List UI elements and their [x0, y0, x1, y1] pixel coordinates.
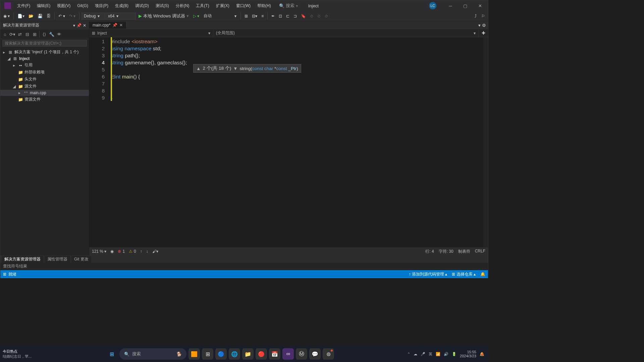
task-app-1[interactable]: 🟧 — [189, 348, 200, 360]
tree-external[interactable]: 📁外部依赖项 — [0, 69, 89, 76]
error-count[interactable]: ⊗1 — [118, 249, 125, 254]
code-lines[interactable]: #include <iostream> using namespace std;… — [111, 37, 483, 247]
tab-overflow-icon[interactable]: ▾ — [478, 23, 481, 28]
sidebar-search[interactable] — [0, 39, 89, 47]
config-dropdown[interactable]: Debug▾ — [82, 13, 105, 19]
tray-expand-icon[interactable]: ⌃ — [407, 352, 410, 356]
task-app-3[interactable]: 🔵 — [215, 348, 227, 360]
tree-sources[interactable]: ◢📁源文件 — [0, 83, 89, 90]
collapse-icon[interactable]: ⊟ — [24, 31, 31, 38]
sidebar-search-input[interactable] — [2, 40, 87, 47]
scope-project-dropdown[interactable]: ⊞Inject▾ — [89, 29, 213, 37]
menu-window[interactable]: 窗口(W) — [233, 2, 254, 10]
platform-dropdown[interactable]: x64▾ — [106, 13, 136, 19]
close-button[interactable]: ✕ — [473, 1, 487, 10]
tree-main-cpp[interactable]: ▸⁺⁺main.cpp — [0, 90, 89, 96]
close-tab-icon[interactable]: ✕ — [119, 23, 123, 27]
start-debug-button[interactable]: ▶ 本地 Windows 调试器 ▾ — [137, 12, 191, 20]
tray-notifications-icon[interactable]: 🔔 — [480, 352, 484, 356]
tree-solution[interactable]: ▸⊞解决方案 'Inject' (1 个项目，共 1 个) — [0, 49, 89, 56]
minimize-button[interactable]: ─ — [444, 1, 457, 10]
tb-icon-7[interactable]: ⊐ — [292, 13, 299, 19]
btab-git[interactable]: Git 更改 — [71, 256, 91, 263]
tray-volume-icon[interactable]: 🔊 — [444, 352, 448, 356]
menu-debug[interactable]: 调试(D) — [132, 2, 152, 10]
news-widget[interactable]: 今日热点 结婚纪念日，苹... — [1, 348, 33, 360]
home-icon[interactable]: ⌂ — [2, 31, 8, 38]
menu-help[interactable]: 帮助(H) — [254, 2, 274, 10]
save-button[interactable]: 💾 — [36, 13, 44, 19]
maximize-button[interactable]: ▢ — [459, 1, 472, 10]
line-ending[interactable]: CRLF — [475, 249, 485, 254]
ime-lang[interactable]: 英 — [429, 352, 432, 357]
save-all-button[interactable]: 🗄 — [45, 13, 52, 19]
close-panel-icon[interactable]: ✕ — [83, 23, 86, 28]
menu-edit[interactable]: 编辑(E) — [34, 2, 54, 10]
code-editor[interactable]: 123456789 #include <iostream> using name… — [89, 37, 488, 247]
undo-button[interactable]: ↶ ▾ — [57, 13, 66, 19]
tb-icon-2[interactable]: ⊟▾ — [250, 13, 259, 19]
auto-dropdown[interactable]: 自动▾ — [202, 12, 238, 19]
menu-file[interactable]: 文件(F) — [14, 2, 34, 10]
tray-wifi-icon[interactable]: 📶 — [436, 352, 440, 356]
warning-count[interactable]: ⚠0 — [129, 249, 136, 254]
tree-project[interactable]: ◢⊞Inject — [0, 56, 89, 62]
nav-down-icon[interactable]: ↓ — [146, 249, 148, 254]
tb-icon-8[interactable]: 🔖 — [299, 13, 308, 19]
redo-button[interactable]: ↷ ▾ — [67, 13, 77, 19]
task-app-6[interactable]: 💬 — [309, 348, 321, 360]
nav-back-button[interactable]: ◉ ▾ — [2, 13, 11, 19]
hint-down-icon[interactable]: ▼ — [233, 66, 237, 71]
global-search[interactable]: 🔍 搜索 ▾ — [279, 3, 298, 9]
tab-settings-icon[interactable]: ⚙ — [482, 23, 486, 28]
tray-time[interactable]: 15:55 — [467, 350, 476, 354]
tb-icon-4[interactable]: ✒ — [270, 13, 276, 19]
tray-battery-icon[interactable]: 🔋 — [452, 352, 457, 356]
preview-icon[interactable]: 👁 — [56, 31, 62, 38]
menu-project[interactable]: 项目(P) — [92, 2, 112, 10]
start-button[interactable]: ⊞ — [106, 348, 117, 360]
task-app-4[interactable]: 📅 — [269, 348, 280, 360]
tb-icon-3[interactable]: ≡ — [260, 13, 265, 19]
tree-headers[interactable]: 📁头文件 — [0, 76, 89, 83]
live-share-button[interactable]: ⚐ — [480, 13, 487, 19]
task-explorer[interactable]: 📁 — [242, 348, 254, 360]
new-item-button[interactable]: 📄▾ — [16, 13, 26, 19]
refresh-icon[interactable]: ⟳▾ — [9, 31, 16, 38]
menu-git[interactable]: Git(G) — [74, 2, 92, 9]
props-icon[interactable]: 🔧 — [48, 31, 55, 38]
open-button[interactable]: 📂 — [27, 13, 35, 19]
show-all-icon[interactable]: ⊞ — [31, 31, 38, 38]
share-button[interactable]: ⤴ — [473, 13, 478, 19]
notifications-icon[interactable]: 🔔 — [480, 272, 485, 277]
menu-tools[interactable]: 工具(T) — [193, 2, 212, 10]
tb-icon-1[interactable]: ⊞ — [243, 13, 250, 19]
hint-up-icon[interactable]: ▲ — [196, 66, 201, 71]
nav-up-icon[interactable]: ↑ — [140, 249, 142, 254]
tb-icon-5[interactable]: ⊡ — [277, 13, 284, 19]
indent-mode[interactable]: 制表符 — [458, 249, 470, 254]
brush-icon[interactable]: 🖌▾ — [152, 249, 158, 254]
start-nodebug-button[interactable]: ▷ ▾ — [192, 13, 201, 19]
source-control-button[interactable]: ↑ 添加到源代码管理 ▴ — [409, 272, 447, 277]
zoom-level[interactable]: 121 % ▾ — [92, 249, 106, 254]
btab-solution[interactable]: 解决方案资源管理器 — [2, 256, 43, 263]
user-avatar[interactable]: LC — [429, 2, 436, 9]
repo-select-button[interactable]: ⊞ 选择仓库 ▴ — [452, 272, 476, 277]
taskbar-search[interactable]: 🔍 搜索 🐕 — [119, 348, 186, 360]
split-editor-icon[interactable]: ✚ — [479, 29, 488, 37]
tray-date[interactable]: 2024/3/23 — [460, 354, 476, 358]
tb-icon-6[interactable]: ⊏ — [284, 13, 291, 19]
code-icon[interactable]: ⟨⟩ — [41, 31, 48, 38]
task-obs[interactable]: ⊚ — [323, 348, 334, 360]
menu-build[interactable]: 生成(B) — [112, 2, 132, 10]
menu-test[interactable]: 测试(S) — [152, 2, 172, 10]
tree-references[interactable]: ▸▪▪引用 — [0, 62, 89, 69]
btab-props[interactable]: 属性管理器 — [45, 256, 70, 263]
task-app-2[interactable]: ⊞ — [202, 348, 213, 360]
task-edge[interactable]: 🌐 — [229, 348, 240, 360]
scope-global-dropdown[interactable]: (全局范围)▾ — [213, 29, 479, 37]
tray-mic-icon[interactable]: 🎤 — [421, 352, 425, 356]
menu-analyze[interactable]: 分析(N) — [172, 2, 193, 10]
dropdown-icon[interactable]: ▾ — [73, 23, 75, 28]
